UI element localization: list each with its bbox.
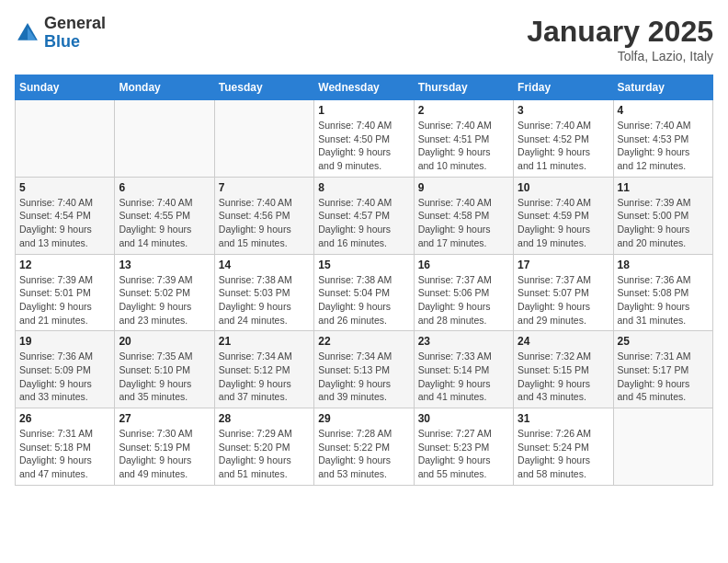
calendar-header-row: SundayMondayTuesdayWednesdayThursdayFrid… — [16, 75, 713, 100]
day-number: 5 — [19, 181, 110, 194]
calendar-table: SundayMondayTuesdayWednesdayThursdayFrid… — [15, 75, 713, 486]
day-number: 21 — [219, 335, 310, 348]
calendar-cell: 3Sunrise: 7:40 AM Sunset: 4:52 PM Daylig… — [514, 100, 613, 178]
calendar-week-row: 5Sunrise: 7:40 AM Sunset: 4:54 PM Daylig… — [16, 177, 713, 254]
day-info: Sunrise: 7:31 AM Sunset: 5:17 PM Dayligh… — [618, 350, 709, 404]
calendar-cell: 27Sunrise: 7:30 AM Sunset: 5:19 PM Dayli… — [115, 408, 214, 486]
day-info: Sunrise: 7:34 AM Sunset: 5:12 PM Dayligh… — [219, 350, 310, 404]
day-info: Sunrise: 7:28 AM Sunset: 5:22 PM Dayligh… — [318, 427, 409, 481]
calendar-cell: 5Sunrise: 7:40 AM Sunset: 4:54 PM Daylig… — [16, 177, 115, 254]
day-info: Sunrise: 7:37 AM Sunset: 5:07 PM Dayligh… — [518, 273, 609, 327]
day-info: Sunrise: 7:40 AM Sunset: 4:56 PM Dayligh… — [219, 196, 310, 250]
day-number: 16 — [418, 259, 509, 271]
calendar-cell: 29Sunrise: 7:28 AM Sunset: 5:22 PM Dayli… — [314, 408, 414, 486]
day-number: 1 — [318, 104, 409, 117]
day-info: Sunrise: 7:38 AM Sunset: 5:04 PM Dayligh… — [318, 273, 409, 327]
calendar-cell: 26Sunrise: 7:31 AM Sunset: 5:18 PM Dayli… — [16, 408, 115, 486]
title-block: January 2025 Tolfa, Lazio, Italy — [527, 15, 713, 63]
month-title: January 2025 — [527, 15, 713, 49]
day-info: Sunrise: 7:29 AM Sunset: 5:20 PM Dayligh… — [219, 427, 310, 481]
col-header-tuesday: Tuesday — [214, 75, 313, 100]
calendar-cell: 14Sunrise: 7:38 AM Sunset: 5:03 PM Dayli… — [214, 254, 313, 331]
day-number: 11 — [618, 181, 709, 194]
calendar-cell: 24Sunrise: 7:32 AM Sunset: 5:15 PM Dayli… — [514, 331, 613, 408]
day-number: 10 — [518, 181, 609, 194]
day-number: 6 — [119, 181, 210, 194]
day-info: Sunrise: 7:33 AM Sunset: 5:14 PM Dayligh… — [418, 350, 509, 404]
col-header-wednesday: Wednesday — [314, 75, 414, 100]
calendar-cell: 8Sunrise: 7:40 AM Sunset: 4:57 PM Daylig… — [314, 177, 414, 254]
calendar-cell: 18Sunrise: 7:36 AM Sunset: 5:08 PM Dayli… — [613, 254, 712, 331]
day-number: 31 — [518, 412, 609, 425]
calendar-cell: 30Sunrise: 7:27 AM Sunset: 5:23 PM Dayli… — [414, 408, 513, 486]
calendar-cell: 11Sunrise: 7:39 AM Sunset: 5:00 PM Dayli… — [613, 177, 712, 254]
calendar-cell: 28Sunrise: 7:29 AM Sunset: 5:20 PM Dayli… — [214, 408, 313, 486]
day-number: 9 — [418, 181, 509, 194]
day-number: 29 — [318, 412, 409, 425]
col-header-saturday: Saturday — [613, 75, 712, 100]
day-info: Sunrise: 7:32 AM Sunset: 5:15 PM Dayligh… — [518, 350, 609, 404]
calendar-cell — [214, 100, 313, 178]
logo-blue-text: Blue — [44, 32, 80, 51]
day-info: Sunrise: 7:31 AM Sunset: 5:18 PM Dayligh… — [19, 427, 110, 481]
day-number: 30 — [418, 412, 509, 425]
day-info: Sunrise: 7:34 AM Sunset: 5:13 PM Dayligh… — [318, 350, 409, 404]
day-info: Sunrise: 7:37 AM Sunset: 5:06 PM Dayligh… — [418, 273, 509, 327]
logo: General Blue — [15, 15, 106, 52]
day-number: 28 — [219, 412, 310, 425]
day-number: 8 — [318, 181, 409, 194]
calendar-cell: 9Sunrise: 7:40 AM Sunset: 4:58 PM Daylig… — [414, 177, 513, 254]
calendar-cell: 4Sunrise: 7:40 AM Sunset: 4:53 PM Daylig… — [613, 100, 712, 178]
day-info: Sunrise: 7:27 AM Sunset: 5:23 PM Dayligh… — [418, 427, 509, 481]
day-number: 27 — [119, 412, 210, 425]
day-info: Sunrise: 7:40 AM Sunset: 4:54 PM Dayligh… — [19, 196, 110, 250]
day-info: Sunrise: 7:40 AM Sunset: 4:57 PM Dayligh… — [318, 196, 409, 250]
day-info: Sunrise: 7:30 AM Sunset: 5:19 PM Dayligh… — [119, 427, 210, 481]
day-info: Sunrise: 7:40 AM Sunset: 4:53 PM Dayligh… — [618, 119, 709, 173]
day-info: Sunrise: 7:36 AM Sunset: 5:08 PM Dayligh… — [618, 273, 709, 327]
day-number: 22 — [318, 335, 409, 348]
day-info: Sunrise: 7:35 AM Sunset: 5:10 PM Dayligh… — [119, 350, 210, 404]
day-number: 13 — [119, 259, 210, 271]
day-number: 23 — [418, 335, 509, 348]
day-number: 24 — [518, 335, 609, 348]
calendar-cell: 23Sunrise: 7:33 AM Sunset: 5:14 PM Dayli… — [414, 331, 513, 408]
day-info: Sunrise: 7:40 AM Sunset: 4:55 PM Dayligh… — [119, 196, 210, 250]
day-number: 2 — [418, 104, 509, 117]
calendar-cell: 31Sunrise: 7:26 AM Sunset: 5:24 PM Dayli… — [514, 408, 613, 486]
calendar-cell: 2Sunrise: 7:40 AM Sunset: 4:51 PM Daylig… — [414, 100, 513, 178]
logo-general-text: General — [44, 14, 106, 32]
calendar-cell: 1Sunrise: 7:40 AM Sunset: 4:50 PM Daylig… — [314, 100, 414, 178]
day-info: Sunrise: 7:36 AM Sunset: 5:09 PM Dayligh… — [19, 350, 110, 404]
col-header-friday: Friday — [514, 75, 613, 100]
day-number: 3 — [518, 104, 609, 117]
calendar-week-row: 19Sunrise: 7:36 AM Sunset: 5:09 PM Dayli… — [16, 331, 713, 408]
calendar-cell: 13Sunrise: 7:39 AM Sunset: 5:02 PM Dayli… — [115, 254, 214, 331]
logo-icon — [15, 20, 40, 46]
day-number: 18 — [618, 259, 709, 271]
day-number: 20 — [119, 335, 210, 348]
day-number: 4 — [618, 104, 709, 117]
location: Tolfa, Lazio, Italy — [527, 49, 713, 63]
calendar-cell: 10Sunrise: 7:40 AM Sunset: 4:59 PM Dayli… — [514, 177, 613, 254]
day-info: Sunrise: 7:40 AM Sunset: 4:59 PM Dayligh… — [518, 196, 609, 250]
day-number: 14 — [219, 259, 310, 271]
calendar-cell: 15Sunrise: 7:38 AM Sunset: 5:04 PM Dayli… — [314, 254, 414, 331]
day-info: Sunrise: 7:40 AM Sunset: 4:50 PM Dayligh… — [318, 119, 409, 173]
calendar-cell: 17Sunrise: 7:37 AM Sunset: 5:07 PM Dayli… — [514, 254, 613, 331]
day-number: 26 — [19, 412, 110, 425]
calendar-cell: 16Sunrise: 7:37 AM Sunset: 5:06 PM Dayli… — [414, 254, 513, 331]
col-header-sunday: Sunday — [16, 75, 115, 100]
col-header-monday: Monday — [115, 75, 214, 100]
day-info: Sunrise: 7:39 AM Sunset: 5:02 PM Dayligh… — [119, 273, 210, 327]
col-header-thursday: Thursday — [414, 75, 513, 100]
calendar-cell: 21Sunrise: 7:34 AM Sunset: 5:12 PM Dayli… — [214, 331, 313, 408]
day-number: 15 — [318, 259, 409, 271]
day-number: 19 — [19, 335, 110, 348]
calendar-week-row: 1Sunrise: 7:40 AM Sunset: 4:50 PM Daylig… — [16, 100, 713, 178]
day-info: Sunrise: 7:39 AM Sunset: 5:00 PM Dayligh… — [618, 196, 709, 250]
calendar-week-row: 12Sunrise: 7:39 AM Sunset: 5:01 PM Dayli… — [16, 254, 713, 331]
day-info: Sunrise: 7:26 AM Sunset: 5:24 PM Dayligh… — [518, 427, 609, 481]
day-number: 25 — [618, 335, 709, 348]
calendar-cell — [613, 408, 712, 486]
